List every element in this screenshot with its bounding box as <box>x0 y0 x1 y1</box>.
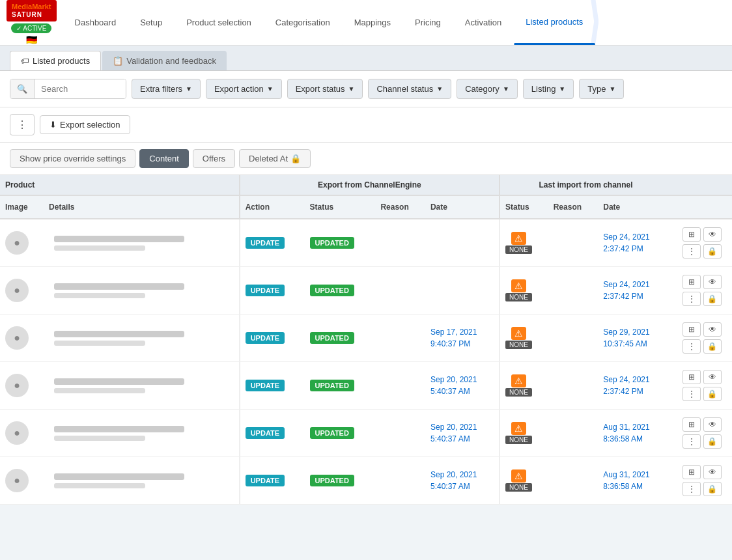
action-badge: UPDATE <box>246 427 285 439</box>
grid-view-button[interactable]: ⊞ <box>683 370 701 384</box>
status-col-header: Status <box>305 195 376 219</box>
chevron-down-icon: ▼ <box>503 85 509 92</box>
product-image-cell: ● <box>0 219 44 267</box>
view-button[interactable]: 👁 <box>703 227 722 242</box>
logo-area: MediaMarkt SATURN ✓ ACTIVE 🇩🇪 <box>7 0 57 45</box>
date-cell <box>425 267 500 315</box>
channel-date: Sep 29, 202110:37:45 AM <box>603 328 649 348</box>
date-cell: Sep 20, 20215:40:37 AM <box>425 410 500 457</box>
product-details-cell <box>44 315 240 362</box>
table-row: ● UPDATE UPDATED Sep 20, 20215:40:37 AM … <box>0 362 732 410</box>
row-actions-cell: ⊞ 👁 ⋮ 🔒 <box>671 457 732 505</box>
view-button[interactable]: 👁 <box>703 417 722 432</box>
grid-view-button[interactable]: ⊞ <box>683 275 701 289</box>
sub-tab-listed-products[interactable]: 🏷 Listed products <box>10 51 101 70</box>
product-title-blur <box>54 283 184 290</box>
lock-row-button[interactable]: 🔒 <box>703 434 722 449</box>
nav-tab-categorisation[interactable]: Categorisation <box>264 0 343 45</box>
nav-tab-pricing[interactable]: Pricing <box>403 0 453 45</box>
sub-tab-validation-feedback[interactable]: 📋 Validation and feedback <box>102 51 227 70</box>
warning-icon: ⚠ <box>511 232 526 245</box>
export-status-button[interactable]: Export status ▼ <box>287 79 363 99</box>
product-avatar: ● <box>5 231 29 255</box>
grid-view-button[interactable]: ⊞ <box>683 465 701 479</box>
status-cell: UPDATED <box>305 315 376 362</box>
product-sub-blur <box>54 341 145 346</box>
row-actions: ⊞ 👁 ⋮ 🔒 <box>675 270 728 311</box>
content-tab[interactable]: Content <box>139 149 189 168</box>
listing-button[interactable]: Listing ▼ <box>523 79 574 99</box>
lock-row-button[interactable]: 🔒 <box>703 292 722 306</box>
view-button[interactable]: 👁 <box>703 322 722 337</box>
export-date: Sep 20, 20215:40:37 AM <box>430 470 477 491</box>
nav-tab-dashboard[interactable]: Dashboard <box>63 0 129 45</box>
grid-view-button[interactable]: ⊞ <box>683 322 701 337</box>
status-cell: UPDATED <box>305 457 376 505</box>
lock-row-button[interactable]: 🔒 <box>703 339 722 354</box>
reason-cell <box>375 362 425 410</box>
action-badge: UPDATE <box>246 285 285 296</box>
show-price-override-tab[interactable]: Show price override settings <box>10 149 135 168</box>
more-row-button[interactable]: ⋮ <box>683 292 701 306</box>
channel-status-indicator: ⚠ NONE <box>505 232 532 254</box>
lock-row-button[interactable]: 🔒 <box>703 387 722 401</box>
more-row-button[interactable]: ⋮ <box>683 339 701 354</box>
lock-row-button[interactable]: 🔒 <box>703 244 722 259</box>
reason-cell <box>375 315 425 362</box>
more-icon: ⋮ <box>17 119 27 130</box>
deleted-at-tab[interactable]: Deleted At 🔒 <box>239 149 311 168</box>
nav-tab-listed-products[interactable]: Listed products <box>514 0 595 45</box>
row-actions-cell: ⊞ 👁 ⋮ 🔒 <box>671 410 732 457</box>
toolbar: 🔍 Extra filters ▼ Export action ▼ Export… <box>0 71 732 107</box>
nav-tab-activation[interactable]: Activation <box>453 0 514 45</box>
category-button[interactable]: Category ▼ <box>457 79 518 99</box>
date-cell: Sep 20, 20215:40:37 AM <box>425 362 500 410</box>
more-row-button[interactable]: ⋮ <box>683 482 701 496</box>
nav-tabs-header: Dashboard Setup Product selection Catego… <box>63 0 596 45</box>
view-button[interactable]: 👁 <box>703 465 722 479</box>
more-row-button[interactable]: ⋮ <box>683 244 701 259</box>
channel-date: Aug 31, 20218:36:58 AM <box>603 423 649 443</box>
content-tabs: Show price override settings Content Off… <box>0 143 732 175</box>
product-image-cell: ● <box>0 362 44 410</box>
date-cell: Sep 17, 20219:40:37 PM <box>425 315 500 362</box>
lock-row-button[interactable]: 🔒 <box>703 482 722 496</box>
channel-reason-cell <box>548 457 598 505</box>
view-button[interactable]: 👁 <box>703 370 722 384</box>
reason-cell <box>375 457 425 505</box>
reason-cell <box>375 267 425 315</box>
nav-tab-setup[interactable]: Setup <box>128 0 175 45</box>
product-image-cell: ● <box>0 315 44 362</box>
channel-date: Sep 24, 20212:37:42 PM <box>603 280 649 301</box>
offers-tab[interactable]: Offers <box>193 149 235 168</box>
view-button[interactable]: 👁 <box>703 275 722 289</box>
extra-filters-button[interactable]: Extra filters ▼ <box>132 79 201 99</box>
warning-icon: ⚠ <box>511 469 526 483</box>
more-options-button[interactable]: ⋮ <box>10 114 35 135</box>
channel-date-cell: Aug 31, 20218:36:58 AM <box>598 457 671 505</box>
lock-icon: 🔒 <box>290 154 301 163</box>
more-row-button[interactable]: ⋮ <box>683 387 701 401</box>
warning-icon: ⚠ <box>511 279 526 292</box>
row-actions: ⊞ 👁 ⋮ 🔒 <box>675 365 728 406</box>
channel-status-button[interactable]: Channel status ▼ <box>368 79 451 99</box>
action-badge: UPDATE <box>246 380 285 391</box>
export-selection-button[interactable]: ⬇ Export selection <box>40 115 130 134</box>
channel-status-indicator: ⚠ NONE <box>505 374 532 397</box>
action-cell: UPDATE <box>240 219 305 267</box>
nav-tab-mappings[interactable]: Mappings <box>343 0 403 45</box>
chevron-down-icon: ▼ <box>609 85 615 92</box>
grid-view-button[interactable]: ⊞ <box>683 417 701 432</box>
more-row-button[interactable]: ⋮ <box>683 434 701 449</box>
search-icon-btn[interactable]: 🔍 <box>10 79 35 98</box>
nav-tab-product-selection[interactable]: Product selection <box>175 0 264 45</box>
channel-reason-cell <box>548 362 598 410</box>
type-button[interactable]: Type ▼ <box>579 79 624 99</box>
product-title-blur <box>54 426 184 432</box>
export-action-button[interactable]: Export action ▼ <box>206 79 282 99</box>
channel-reason-cell <box>548 410 598 457</box>
active-badge: ✓ ACTIVE <box>11 23 51 33</box>
search-input[interactable] <box>35 79 126 98</box>
table-row: ● UPDATE UPDATED ⚠ NONE Sep 24, 20212:37… <box>0 267 732 315</box>
grid-view-button[interactable]: ⊞ <box>683 227 701 242</box>
